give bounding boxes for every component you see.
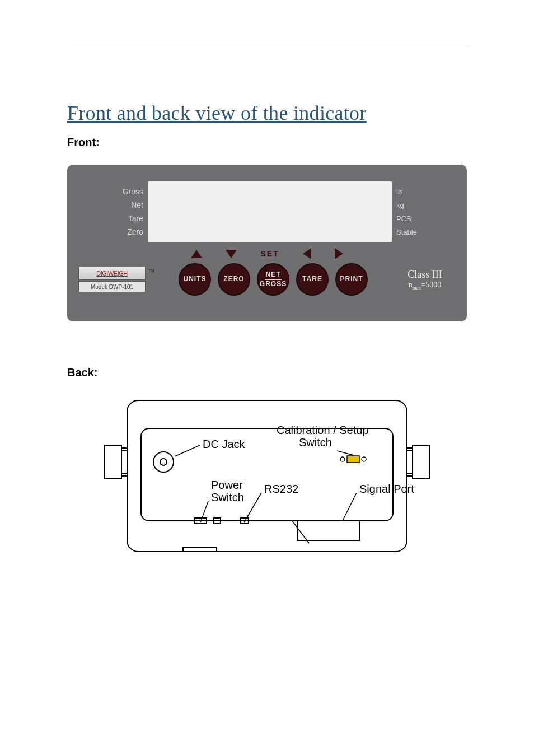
set-label: SET xyxy=(260,249,279,258)
class-line2: nmax=5000 xyxy=(394,281,456,291)
svg-line-20 xyxy=(337,451,354,455)
left-indicator-labels: Gross Net Tare Zero xyxy=(76,181,148,242)
svg-line-24 xyxy=(343,493,357,521)
print-label: PRINT xyxy=(340,276,363,283)
svg-rect-0 xyxy=(127,400,407,552)
arrow-left-icon xyxy=(303,248,311,259)
brand-text: DIGIWEIGH xyxy=(96,270,127,277)
net-label: NET xyxy=(265,271,282,279)
label-stable: Stable xyxy=(396,228,458,236)
svg-line-22 xyxy=(244,493,261,522)
page-title: Front and back view of the indicator xyxy=(67,101,467,125)
units-button[interactable]: UNITS xyxy=(179,263,211,296)
right-indicator-labels: lb kg PCS Stable xyxy=(392,181,458,242)
svg-rect-9 xyxy=(141,428,393,521)
tare-label: TARE xyxy=(302,276,322,283)
label-lb: lb xyxy=(396,188,458,196)
back-heading: Back: xyxy=(67,366,467,379)
svg-point-12 xyxy=(340,457,345,461)
label-gross: Gross xyxy=(76,187,143,196)
brand-logo: DIGIWEIGH TM xyxy=(78,267,146,280)
svg-point-14 xyxy=(362,457,366,461)
label-pcs: PCS xyxy=(396,214,458,223)
label-tare: Tare xyxy=(76,214,143,223)
power-label-2: Switch xyxy=(211,491,244,503)
power-label-1: Power xyxy=(211,479,243,491)
label-zero: Zero xyxy=(76,227,143,236)
trademark: TM xyxy=(148,268,154,273)
svg-rect-7 xyxy=(121,448,127,476)
arrow-up-icon xyxy=(191,250,202,258)
class-line1: Class III xyxy=(394,269,456,281)
svg-point-10 xyxy=(153,452,174,472)
zero-label: ZERO xyxy=(223,276,244,283)
label-kg: kg xyxy=(396,201,458,209)
net-gross-button[interactable]: NET GROSS xyxy=(257,263,289,296)
back-diagram: DC Jack Calibration / Setup Switch Power… xyxy=(67,395,467,557)
arrow-right-icon xyxy=(335,248,343,259)
svg-rect-18 xyxy=(183,547,217,552)
front-panel: Gross Net Tare Zero lb kg PCS Stable SET xyxy=(67,165,467,321)
class-block: Class III nmax=5000 xyxy=(394,269,456,291)
logo-block: DIGIWEIGH TM Model: DWP-101 xyxy=(78,267,146,292)
dc-jack-label: DC Jack xyxy=(203,438,246,450)
model-plate: Model: DWP-101 xyxy=(78,281,146,292)
arrow-down-icon xyxy=(226,250,237,258)
calib-label-2: Switch xyxy=(299,436,332,449)
svg-point-11 xyxy=(160,459,167,465)
svg-rect-2 xyxy=(413,445,429,479)
units-label: UNITS xyxy=(184,276,207,283)
label-net: Net xyxy=(76,200,143,209)
svg-rect-8 xyxy=(407,448,413,476)
lcd-display xyxy=(148,181,392,242)
zero-button[interactable]: ZERO xyxy=(218,263,250,296)
signal-port-label: Signal Port xyxy=(359,483,414,495)
calib-label-1: Calibration / Setup xyxy=(277,424,369,436)
secondary-key-row: SET xyxy=(76,248,458,260)
front-heading: Front: xyxy=(67,136,467,149)
gross-label: GROSS xyxy=(260,281,287,288)
divider-top xyxy=(67,45,467,45)
svg-rect-13 xyxy=(347,456,359,463)
print-button[interactable]: PRINT xyxy=(335,263,368,296)
tare-button[interactable]: TARE xyxy=(296,263,329,296)
svg-rect-1 xyxy=(105,445,121,479)
rs232-label: RS232 xyxy=(264,483,298,495)
svg-line-19 xyxy=(175,445,200,456)
